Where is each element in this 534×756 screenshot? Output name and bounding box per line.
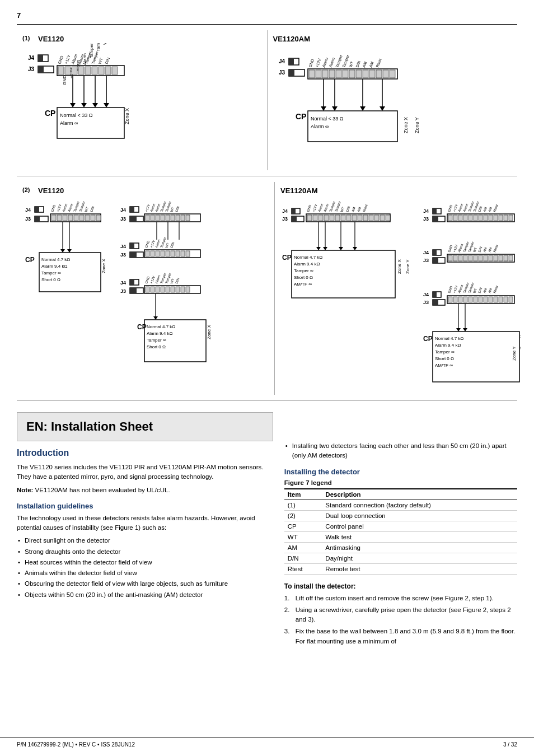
svg-text:J3: J3 (120, 216, 126, 222)
bottom-page: 3 / 32 (503, 741, 517, 748)
svg-rect-268 (479, 215, 483, 221)
svg-rect-60 (363, 70, 368, 78)
svg-rect-140 (186, 215, 190, 221)
svg-rect-295 (463, 255, 467, 261)
svg-text:Rtest: Rtest (493, 285, 499, 294)
svg-rect-220 (352, 215, 357, 221)
svg-rect-55 (329, 70, 335, 78)
diagram-label-2: (2) (22, 186, 35, 193)
svg-marker-197 (153, 316, 158, 320)
svg-rect-139 (181, 215, 185, 221)
svg-rect-266 (469, 215, 472, 221)
svg-rect-214 (318, 215, 323, 221)
svg-rect-159 (151, 251, 154, 256)
svg-rect-296 (469, 255, 472, 261)
svg-rect-178 (130, 288, 137, 293)
introduction-note: Note: VE1120AM has not been evaluated by… (17, 486, 273, 495)
svg-text:Short    0 Ω: Short 0 Ω (147, 344, 166, 349)
table-cell-desc: Antimasking (322, 542, 517, 553)
svg-rect-264 (458, 215, 462, 221)
svg-rect-92 (35, 207, 39, 212)
svg-rect-330 (489, 297, 493, 302)
svg-text:D/N: D/N (345, 206, 350, 213)
svg-rect-47 (289, 58, 294, 65)
installation-guidelines-heading: Installation guidelines (17, 502, 273, 510)
installation-guidelines-body: The technology used in these detectors r… (17, 514, 273, 533)
svg-rect-61 (369, 70, 375, 78)
top-divider (17, 24, 517, 25)
install-step: Lift off the custom insert and remove th… (284, 594, 517, 603)
svg-text:+12V: +12V (312, 204, 317, 212)
svg-rect-160 (156, 251, 160, 256)
svg-rect-218 (341, 215, 345, 221)
list-item-extra: Installing two detectors facing each oth… (284, 441, 517, 461)
svg-text:Tamper  ∞: Tamper ∞ (41, 270, 61, 276)
table-cell-item: WT (284, 531, 322, 542)
svg-rect-270 (489, 215, 493, 221)
svg-rect-297 (474, 255, 477, 261)
svg-rect-158 (146, 251, 149, 256)
svg-rect-21 (99, 67, 104, 74)
svg-text:Tamper  ∞: Tamper ∞ (435, 349, 455, 354)
svg-rect-329 (484, 297, 488, 302)
svg-rect-184 (166, 287, 170, 292)
svg-rect-325 (463, 297, 467, 302)
svg-rect-225 (380, 215, 385, 221)
svg-text:D/N: D/N (477, 206, 483, 213)
svg-text:Normal  4.7 kΩ: Normal 4.7 kΩ (435, 336, 463, 341)
diagram-svg-ve1120am-bottom: J4 J3 (280, 198, 521, 389)
diagram-title-ve1120am-top: VE1120AM (273, 35, 512, 43)
svg-text:CP: CP (423, 335, 433, 343)
svg-text:WT: WT (340, 206, 345, 212)
svg-text:Zone X: Zone X (519, 335, 521, 349)
svg-rect-101 (74, 215, 78, 221)
svg-rect-260 (433, 216, 438, 222)
svg-text:Rtest: Rtest (375, 58, 382, 68)
installation-guidelines-list: Direct sunlight on the detector Strong d… (17, 536, 273, 600)
diagram-row-1: (1) VE1120 J4 J3 GND (17, 30, 517, 176)
svg-rect-130 (130, 216, 137, 222)
svg-rect-265 (463, 215, 467, 221)
svg-text:Normal  4.7 kΩ: Normal 4.7 kΩ (294, 255, 322, 260)
svg-text:WT: WT (472, 246, 477, 253)
svg-text:Alarm    9.4 kΩ: Alarm 9.4 kΩ (147, 331, 172, 336)
svg-rect-183 (161, 287, 165, 292)
svg-rect-136 (166, 215, 170, 221)
svg-text:Alarm: Alarm (328, 57, 335, 68)
svg-text:D/N: D/N (175, 278, 180, 284)
svg-text:Normal  4.7 kΩ: Normal 4.7 kΩ (147, 324, 175, 329)
svg-text:Alarm    9.4 kΩ: Alarm 9.4 kΩ (435, 343, 461, 348)
svg-marker-115 (60, 249, 65, 253)
table-row: (2) Dual loop connection (284, 510, 517, 521)
svg-rect-333 (504, 297, 508, 302)
svg-rect-257 (433, 208, 437, 214)
svg-marker-77 (321, 106, 326, 111)
svg-text:WT: WT (472, 287, 477, 293)
svg-rect-298 (479, 255, 483, 261)
svg-rect-332 (499, 297, 503, 302)
table-cell-desc: Control panel (322, 521, 517, 531)
svg-text:Zone X: Zone X (101, 259, 106, 273)
svg-rect-262 (448, 215, 452, 221)
svg-rect-19 (85, 67, 91, 74)
svg-rect-274 (509, 215, 513, 221)
svg-text:Alarm     ∞: Alarm ∞ (60, 120, 78, 126)
svg-text:AM: AM (483, 247, 488, 253)
diagram-svg-ve1120-top: J4 J3 GND +12V Alarm Alarm (22, 43, 213, 161)
svg-rect-217 (335, 215, 340, 221)
svg-rect-17 (72, 67, 77, 74)
svg-rect-50 (289, 69, 294, 76)
svg-rect-185 (171, 287, 175, 292)
svg-rect-166 (186, 251, 190, 256)
table-cell-item: (1) (284, 500, 322, 510)
svg-rect-54 (322, 70, 328, 78)
svg-text:AM: AM (483, 207, 488, 213)
svg-text:J4: J4 (423, 208, 429, 214)
svg-text:AM: AM (488, 207, 493, 213)
install-step: Fix the base to the wall between 1.8 and… (284, 627, 517, 646)
svg-rect-63 (383, 70, 388, 78)
svg-rect-153 (130, 243, 134, 249)
svg-text:AM: AM (357, 207, 362, 213)
svg-rect-99 (63, 215, 67, 221)
svg-rect-182 (156, 287, 160, 292)
